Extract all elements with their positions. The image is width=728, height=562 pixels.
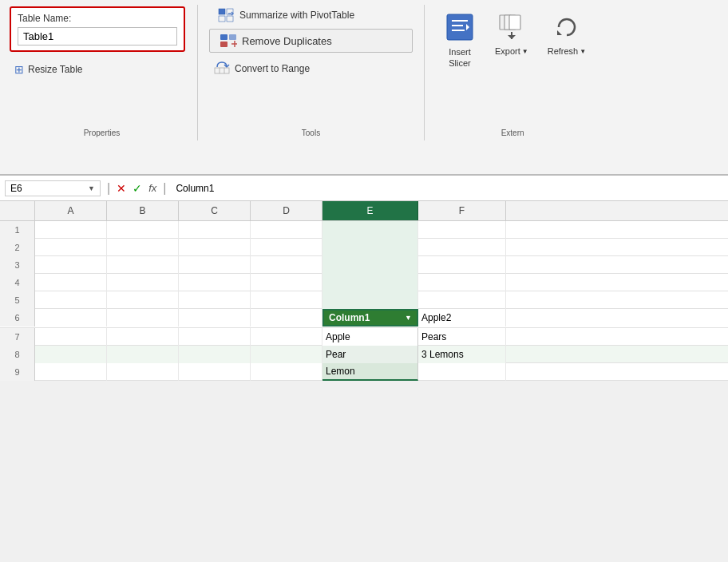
cell-a1[interactable] <box>35 221 107 239</box>
svg-rect-2 <box>219 16 225 22</box>
cell-reference-box[interactable]: E6 ▼ <box>5 180 101 196</box>
cell-e1[interactable] <box>322 221 418 239</box>
cell-e4[interactable] <box>322 274 418 291</box>
external-group: InsertSlicer Export ▼ <box>425 5 600 140</box>
export-dropdown-arrow: ▼ <box>522 48 528 55</box>
summarize-pivot-button[interactable]: Summarize with PivotTable <box>209 5 362 26</box>
svg-marker-21 <box>508 35 516 39</box>
cell-d7[interactable] <box>251 328 322 346</box>
table-header-text: Column1 <box>329 312 370 323</box>
cell-d2[interactable] <box>251 239 322 256</box>
row-num-4: 4 <box>0 274 35 291</box>
cell-d3[interactable] <box>251 256 322 274</box>
refresh-icon <box>552 13 581 43</box>
cell-d4[interactable] <box>251 274 322 291</box>
pivot-icon <box>217 8 235 22</box>
cell-a6[interactable] <box>35 309 107 327</box>
cell-b2[interactable] <box>107 239 179 256</box>
properties-group: Table Name: ⊞ Resize Table Properties <box>6 5 198 140</box>
cell-d8[interactable] <box>251 346 322 363</box>
cell-f6[interactable]: Apple2 <box>418 309 506 327</box>
cell-f7[interactable]: Pears <box>418 328 506 346</box>
refresh-dropdown-arrow: ▼ <box>580 48 586 55</box>
cell-c6[interactable] <box>179 309 251 327</box>
cell-f4[interactable] <box>418 274 506 291</box>
col-header-f[interactable]: F <box>418 201 506 220</box>
cell-f1[interactable] <box>418 221 506 239</box>
cell-b6[interactable] <box>107 309 179 327</box>
row-num-2: 2 <box>0 239 35 256</box>
cell-ref-dropdown-arrow[interactable]: ▼ <box>88 184 95 192</box>
row-num-6: 6 <box>0 309 35 327</box>
cell-a4[interactable] <box>35 274 107 291</box>
cell-c9[interactable] <box>179 363 251 381</box>
table-name-input[interactable] <box>18 27 177 46</box>
cell-e9[interactable]: Lemon <box>322 363 418 381</box>
cell-d5[interactable] <box>251 291 322 309</box>
cell-c7[interactable] <box>179 328 251 346</box>
cell-e6-table-header[interactable]: Column1 ▼ <box>322 309 418 327</box>
cell-a3[interactable] <box>35 256 107 274</box>
cell-d1[interactable] <box>251 221 322 239</box>
cell-b1[interactable] <box>107 221 179 239</box>
cell-b3[interactable] <box>107 256 179 274</box>
cell-b5[interactable] <box>107 291 179 309</box>
formula-fx-button[interactable]: fx <box>148 182 156 194</box>
cell-e2[interactable] <box>322 239 418 256</box>
col-header-a[interactable]: A <box>35 201 107 220</box>
cell-a5[interactable] <box>35 291 107 309</box>
cell-b9[interactable] <box>107 363 179 381</box>
cell-e8[interactable]: Pear <box>322 346 418 363</box>
cell-c3[interactable] <box>179 256 251 274</box>
table-row: 5 <box>0 291 728 309</box>
col-header-b[interactable]: B <box>107 201 179 220</box>
col-header-c[interactable]: C <box>179 201 251 220</box>
cell-c5[interactable] <box>179 291 251 309</box>
cell-a7[interactable] <box>35 328 107 346</box>
remove-duplicates-button[interactable]: Remove Duplicates <box>209 29 413 53</box>
cell-f2[interactable] <box>418 239 506 256</box>
svg-rect-9 <box>215 68 229 73</box>
cell-c1[interactable] <box>179 221 251 239</box>
svg-rect-0 <box>219 9 225 14</box>
table-row: 6 Column1 ▼ Apple2 <box>0 309 728 328</box>
row-num-8: 8 <box>0 346 35 363</box>
cell-d6[interactable] <box>251 309 322 327</box>
cell-f3[interactable] <box>418 256 506 274</box>
svg-rect-19 <box>509 15 520 30</box>
cell-f9[interactable] <box>418 363 506 381</box>
cell-a9[interactable] <box>35 363 107 381</box>
formula-bar-divider: | <box>105 181 112 196</box>
cell-f8[interactable]: 3 Lemons <box>418 346 506 363</box>
col-header-d[interactable]: D <box>251 201 322 220</box>
formula-content: Column1 <box>172 181 723 196</box>
cell-b4[interactable] <box>107 274 179 291</box>
cell-f5[interactable] <box>418 291 506 309</box>
cell-b8[interactable] <box>107 346 179 363</box>
table-row: 1 <box>0 221 728 239</box>
table-row: 7 Apple Pears <box>0 328 728 346</box>
row-num-7: 7 <box>0 328 35 346</box>
cell-e3[interactable] <box>322 256 418 274</box>
cell-c2[interactable] <box>179 239 251 256</box>
cell-a8[interactable] <box>35 346 107 363</box>
insert-slicer-button[interactable]: InsertSlicer <box>436 5 484 74</box>
export-icon <box>497 13 526 43</box>
cell-c4[interactable] <box>179 274 251 291</box>
resize-table-button[interactable]: ⊞ Resize Table <box>10 60 87 79</box>
cell-e7[interactable]: Apple <box>322 328 418 346</box>
cell-e5[interactable] <box>322 291 418 309</box>
convert-range-button[interactable]: Convert to Range <box>209 57 315 80</box>
formula-confirm-button[interactable]: ✓ <box>133 182 142 195</box>
table-header-dropdown-arrow[interactable]: ▼ <box>405 314 412 322</box>
refresh-button[interactable]: Refresh ▼ <box>540 5 594 61</box>
export-button[interactable]: Export ▼ <box>487 5 536 61</box>
cell-c8[interactable] <box>179 346 251 363</box>
col-header-e[interactable]: E <box>322 201 418 220</box>
cell-d9[interactable] <box>251 363 322 381</box>
cell-a2[interactable] <box>35 239 107 256</box>
table-row: 8 Pear 3 Lemons <box>0 346 728 363</box>
cell-b7[interactable] <box>107 328 179 346</box>
formula-cancel-button[interactable]: ✕ <box>117 182 126 195</box>
row-num-5: 5 <box>0 291 35 309</box>
